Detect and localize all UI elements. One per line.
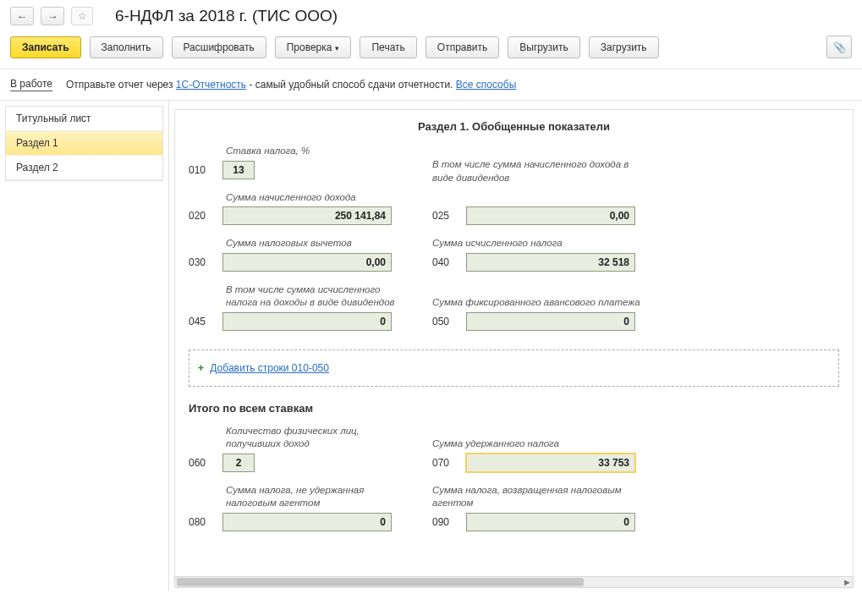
fixed-advance-label: Сумма фиксированного авансового платежа	[432, 296, 652, 310]
field-080[interactable]: 0	[222, 513, 392, 531]
scroll-thumb[interactable]	[177, 578, 584, 586]
print-button[interactable]: Печать	[360, 36, 416, 58]
deductions-label: Сумма налоговых вычетов	[189, 237, 409, 250]
attachment-button[interactable]: 📎	[826, 36, 852, 58]
persons-label: Количество физических лиц, получивших до…	[189, 425, 409, 451]
back-button[interactable]: ←	[10, 7, 34, 25]
field-025[interactable]: 0,00	[466, 206, 635, 225]
code-070: 070	[432, 457, 459, 469]
nav-item-section1[interactable]: Раздел 1	[6, 131, 162, 156]
fill-button[interactable]: Заполнить	[90, 36, 163, 58]
field-060[interactable]: 2	[222, 454, 255, 472]
scroll-right-arrow[interactable]: ▶	[841, 577, 853, 587]
decode-button[interactable]: Расшифровать	[172, 36, 266, 58]
code-020: 020	[189, 210, 216, 222]
code-030: 030	[189, 256, 216, 268]
paperclip-icon: 📎	[833, 41, 846, 53]
export-button[interactable]: Выгрузить	[508, 36, 580, 58]
horizontal-scrollbar[interactable]: ◀ ▶	[174, 576, 854, 588]
code-080: 080	[189, 516, 216, 528]
code-090: 090	[432, 516, 459, 528]
code-025: 025	[432, 210, 459, 222]
link-1c-reporting[interactable]: 1С-Отчетность	[176, 79, 246, 91]
section-title: Раздел 1. Обобщенные показатели	[189, 115, 839, 145]
page-title: 6-НДФЛ за 2018 г. (ТИС ООО)	[115, 7, 338, 25]
code-010: 010	[189, 164, 216, 176]
field-010[interactable]: 13	[222, 161, 255, 179]
withheld-label: Сумма удержанного налога	[432, 437, 652, 451]
nav-item-title-page[interactable]: Титульный лист	[6, 107, 162, 131]
returned-label: Сумма налога, возвращенная налоговым аге…	[432, 484, 652, 510]
import-button[interactable]: Загрузить	[589, 36, 659, 58]
code-040: 040	[432, 256, 459, 268]
field-090[interactable]: 0	[466, 513, 635, 531]
code-060: 060	[189, 457, 216, 469]
field-020[interactable]: 250 141,84	[222, 206, 392, 225]
not-withheld-label: Сумма налога, не удержанная налоговым аг…	[189, 484, 409, 510]
field-040[interactable]: 32 518	[466, 253, 635, 272]
calc-tax-label: Сумма исчисленного налога	[432, 237, 652, 250]
chevron-down-icon: ▾	[335, 44, 339, 52]
status-hint: Отправьте отчет через 1С-Отчетность - са…	[66, 79, 516, 91]
field-070[interactable]: 33 753	[466, 454, 635, 472]
field-050[interactable]: 0	[466, 312, 635, 331]
favorite-button[interactable]: ☆	[71, 7, 93, 25]
field-045[interactable]: 0	[222, 312, 392, 331]
div-tax-label: В том числе сумма исчисленного налога на…	[189, 283, 409, 310]
dividends-label: В том числе сумма начисленного дохода в …	[432, 158, 652, 184]
save-button[interactable]: Записать	[10, 36, 81, 58]
link-all-methods[interactable]: Все способы	[456, 79, 517, 91]
status-label[interactable]: В работе	[10, 78, 52, 91]
tax-rate-label: Ставка налога, %	[189, 145, 409, 158]
navigation-pane: Титульный лист Раздел 1 Раздел 2	[0, 101, 169, 591]
code-045: 045	[189, 316, 216, 327]
check-button[interactable]: Проверка▾	[275, 36, 352, 58]
add-rows-box: + Добавить строки 010-050	[189, 349, 839, 387]
field-030[interactable]: 0,00	[222, 253, 392, 272]
add-rows-link[interactable]: Добавить строки 010-050	[210, 362, 329, 374]
check-label: Проверка	[287, 41, 332, 53]
send-button[interactable]: Отправить	[426, 36, 500, 58]
totals-header: Итого по всем ставкам	[189, 402, 839, 415]
code-050: 050	[432, 316, 459, 327]
income-label: Сумма начисленного дохода	[189, 191, 409, 205]
nav-item-section2[interactable]: Раздел 2	[6, 156, 162, 180]
plus-icon: +	[198, 362, 204, 374]
forward-button[interactable]: →	[41, 7, 64, 25]
